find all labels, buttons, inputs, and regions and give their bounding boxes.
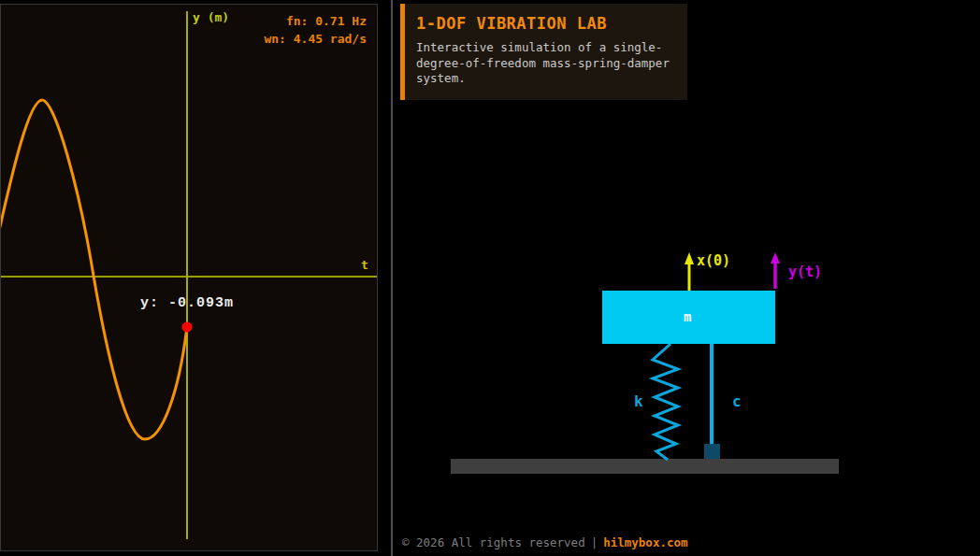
- response-arrow: [771, 252, 780, 289]
- footer: © 2026 All rights reserved|hilmybox.com: [402, 535, 688, 549]
- damping-coefficient-label: c: [732, 392, 742, 410]
- y-axis-label: y (m): [193, 10, 229, 24]
- ground-bar: [451, 459, 839, 474]
- time-axis-label: t: [361, 258, 368, 272]
- spring-element: [653, 344, 678, 460]
- marker-value-readout: y: -0.093m: [140, 295, 234, 311]
- current-value-marker-dot: [182, 322, 193, 333]
- site-link[interactable]: hilmybox.com: [603, 535, 687, 549]
- response-label: y(t): [788, 264, 822, 280]
- displacement-curve: [1, 100, 187, 439]
- initial-displacement-label: x(0): [697, 252, 730, 269]
- angular-frequency-readout: wn: 4.45 rad/s: [264, 30, 367, 48]
- mass-label: m: [684, 309, 691, 324]
- mass-spring-damper-diagram: [393, 234, 980, 486]
- natural-frequency-readout: fn: 0.71 Hz: [264, 12, 367, 30]
- frequency-readouts: fn: 0.71 Hz wn: 4.45 rad/s: [264, 12, 367, 48]
- page-title: 1-DOF VIBRATION LAB: [416, 14, 678, 33]
- response-plot-canvas: [1, 5, 377, 550]
- copyright-text: © 2026 All rights reserved: [402, 535, 585, 549]
- damper-block: [704, 444, 720, 459]
- info-card: 1-DOF VIBRATION LAB Interactive simulati…: [400, 4, 687, 100]
- spring-stiffness-label: k: [634, 392, 643, 410]
- page-description: Interactive simulation of a single-degre…: [416, 40, 678, 87]
- initial-displacement-arrow: [685, 252, 694, 291]
- response-plot-panel: y (m) fn: 0.71 Hz wn: 4.45 rad/s t y: -0…: [0, 4, 378, 551]
- footer-separator: |: [591, 535, 598, 549]
- vibration-lab-app: y (m) fn: 0.71 Hz wn: 4.45 rad/s t y: -0…: [0, 0, 980, 556]
